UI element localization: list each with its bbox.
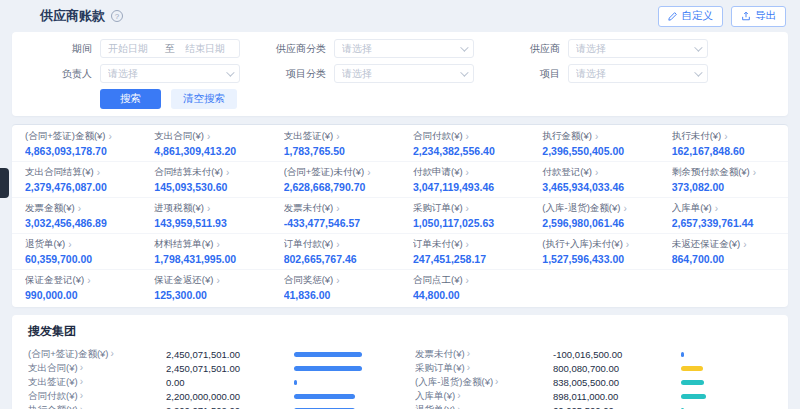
metric-card[interactable]: 采购订单(¥)›1,050,117,025.63	[400, 198, 529, 234]
supplier-select[interactable]: 请选择	[568, 39, 708, 58]
metric-value: -433,477,546.57	[284, 217, 387, 229]
metric-value: 2,396,550,405.00	[542, 145, 645, 157]
owner-placeholder: 请选择	[108, 67, 226, 81]
group-metric-label[interactable]: 执行金额(¥)›	[28, 404, 166, 409]
metric-card[interactable]: 执行金额(¥)›2,396,550,405.00	[529, 126, 658, 162]
group-metric-row: 支出合同(¥)›2,450,071,501.00	[28, 361, 385, 375]
group-metric-value: 898,011,000.00	[553, 391, 681, 402]
metric-card[interactable]: 材料结算单(¥)›1,798,431,995.00	[141, 234, 270, 270]
metric-label: (执行+入库)未付(¥)›	[542, 238, 645, 251]
metric-card[interactable]: 支出合同结算(¥)›2,379,476,087.00	[12, 162, 141, 198]
group-metric-label[interactable]: 采购订单(¥)›	[415, 362, 553, 375]
sidebar-toggle[interactable]	[0, 168, 9, 198]
group-left-col: (合同+签证)金额(¥)›2,450,071,501.00支出合同(¥)›2,4…	[28, 347, 385, 409]
project-category-select[interactable]: 请选择	[334, 64, 474, 83]
metric-value: 990,000.00	[25, 289, 128, 301]
metric-bar	[681, 352, 684, 357]
metric-card[interactable]: 订单付款(¥)›802,665,767.46	[271, 234, 400, 270]
filter-period: 期间 开始日期 至 结束日期	[26, 39, 240, 58]
metric-label: 执行未付(¥)›	[672, 130, 775, 143]
group-metric-label[interactable]: (入库-退货)金额(¥)›	[415, 376, 553, 389]
chevron-right-icon: ›	[80, 391, 83, 401]
metric-card[interactable]: 剩余预付款金额(¥)›373,082.00	[659, 162, 788, 198]
group-name: 搜发集团	[28, 323, 772, 340]
project-category-placeholder: 请选择	[342, 67, 460, 81]
metric-label: 支出签证(¥)›	[284, 130, 387, 143]
group-metric-row: 合同付款(¥)›2,200,000,000.00	[28, 389, 385, 403]
metric-card[interactable]: 发票未付(¥)›-433,477,546.57	[271, 198, 400, 234]
metric-value: 1,050,117,025.63	[413, 217, 516, 229]
supplier-category-select[interactable]: 请选择	[334, 39, 474, 58]
metric-value: 864,700.00	[672, 253, 775, 265]
group-metric-row: 支出签证(¥)›0.00	[28, 375, 385, 389]
group-metric-label[interactable]: 退货单(¥)›	[415, 404, 553, 409]
project-select[interactable]: 请选择	[568, 64, 708, 83]
metric-card[interactable]: 支出签证(¥)›1,783,765.50	[271, 126, 400, 162]
metric-card[interactable]: 保证金返还(¥)›125,300.00	[141, 270, 270, 305]
chevron-right-icon: ›	[336, 240, 339, 250]
metric-label: 付款登记(¥)›	[542, 166, 645, 179]
search-button[interactable]: 搜索	[100, 89, 161, 109]
metric-bar-chart	[681, 366, 767, 371]
chevron-down-icon	[226, 68, 234, 76]
group-metric-label[interactable]: 入库单(¥)›	[415, 390, 553, 403]
customize-button[interactable]: 自定义	[658, 6, 724, 27]
metric-bar-chart	[294, 352, 380, 357]
metric-label: 退货单(¥)›	[25, 238, 128, 251]
metric-card[interactable]: 订单未付(¥)›247,451,258.17	[400, 234, 529, 270]
metric-label: 合同付款(¥)›	[413, 130, 516, 143]
metric-card[interactable]: 付款申请(¥)›3,047,119,493.46	[400, 162, 529, 198]
group-metric-row: 采购订单(¥)›800,080,700.00	[415, 361, 772, 375]
metric-card[interactable]: 进项税额(¥)›143,959,511.93	[141, 198, 270, 234]
group-metric-label[interactable]: 合同付款(¥)›	[28, 390, 166, 403]
metric-label: 材料结算单(¥)›	[154, 238, 257, 251]
filter-panel: 期间 开始日期 至 结束日期 供应商分类 请选择 供应商 请选择 负责人	[12, 32, 788, 116]
supplier-placeholder: 请选择	[576, 42, 694, 56]
period-daterange-input[interactable]: 开始日期 至 结束日期	[100, 39, 240, 58]
metric-value: 802,665,767.46	[284, 253, 387, 265]
metric-card[interactable]: 入库单(¥)›2,657,339,761.44	[659, 198, 788, 234]
end-date-placeholder[interactable]: 结束日期	[185, 42, 232, 56]
group-metric-row: 发票未付(¥)›-100,016,500.00	[415, 347, 772, 361]
chevron-right-icon: ›	[78, 204, 81, 214]
metric-card[interactable]: 合同点工(¥)›44,800.00	[400, 270, 529, 305]
chevron-right-icon: ›	[743, 240, 746, 250]
group-metric-value: 60,005,500.00	[553, 405, 681, 409]
metric-label: (入库-退货)金额(¥)›	[542, 202, 645, 215]
metric-card[interactable]: 保证金登记(¥)›990,000.00	[12, 270, 141, 305]
chevron-right-icon: ›	[111, 349, 114, 359]
export-button[interactable]: 导出	[731, 6, 786, 27]
owner-select[interactable]: 请选择	[100, 64, 240, 83]
metric-card[interactable]: (合同+签证)金额(¥)›4,863,093,178.70	[12, 126, 141, 162]
metric-card[interactable]: (入库-退货)金额(¥)›2,596,980,061.46	[529, 198, 658, 234]
clear-search-button[interactable]: 清空搜索	[171, 89, 237, 109]
group-metric-label[interactable]: 支出签证(¥)›	[28, 376, 166, 389]
group-metric-label[interactable]: 支出合同(¥)›	[28, 362, 166, 375]
metric-card[interactable]: 退货单(¥)›60,359,700.00	[12, 234, 141, 270]
metric-bar	[294, 366, 362, 371]
metric-value: 2,657,339,761.44	[672, 217, 775, 229]
metric-card[interactable]: 未返还保证金(¥)›864,700.00	[659, 234, 788, 270]
metric-card[interactable]: 发票金额(¥)›3,032,456,486.89	[12, 198, 141, 234]
metric-label: 剩余预付款金额(¥)›	[672, 166, 775, 179]
group-metric-label[interactable]: (合同+签证)金额(¥)›	[28, 348, 166, 361]
help-icon[interactable]: ?	[111, 10, 123, 22]
metric-card[interactable]: (执行+入库)未付(¥)›1,527,596,433.00	[529, 234, 658, 270]
metric-card[interactable]: (合同+签证)未付(¥)›2,628,668,790.70	[271, 162, 400, 198]
group-metrics-table: (合同+签证)金额(¥)›2,450,071,501.00支出合同(¥)›2,4…	[28, 347, 772, 409]
metric-card[interactable]: 合同付款(¥)›2,234,382,556.40	[400, 126, 529, 162]
metric-card[interactable]: 支出合同(¥)›4,861,309,413.20	[141, 126, 270, 162]
start-date-placeholder[interactable]: 开始日期	[108, 42, 155, 56]
metric-value: 60,359,700.00	[25, 253, 128, 265]
supplier-label: 供应商	[494, 42, 560, 56]
metric-label: 支出合同结算(¥)›	[25, 166, 128, 179]
metric-card[interactable]: 付款登记(¥)›3,465,934,033.46	[529, 162, 658, 198]
metric-label: 订单付款(¥)›	[284, 238, 387, 251]
metric-card[interactable]: 合同结算未付(¥)›145,093,530.60	[141, 162, 270, 198]
metric-bar	[294, 352, 362, 357]
metric-card[interactable]: 合同奖惩(¥)›41,836.00	[271, 270, 400, 305]
metric-bar	[681, 394, 706, 399]
metric-card[interactable]: 执行未付(¥)›162,167,848.60	[659, 126, 788, 162]
group-metric-label[interactable]: 发票未付(¥)›	[415, 348, 553, 361]
metric-value: 4,861,309,413.20	[154, 145, 257, 157]
